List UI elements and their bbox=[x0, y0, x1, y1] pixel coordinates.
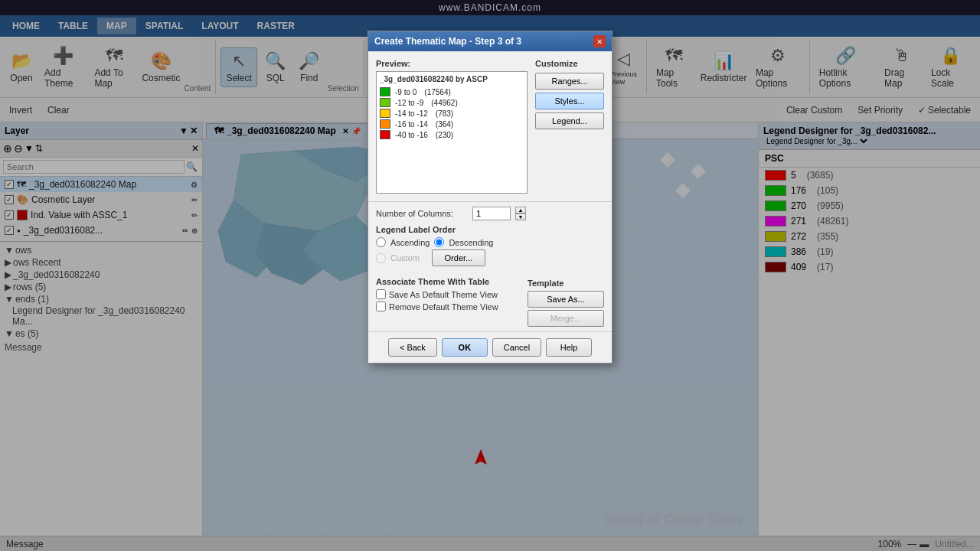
descending-label: Descending bbox=[449, 238, 493, 247]
preview-swatch-5 bbox=[380, 130, 390, 139]
spinner-up[interactable]: ▲ bbox=[515, 207, 526, 214]
preview-row-5: -40 to -16 (230) bbox=[380, 129, 524, 140]
ranges-button[interactable]: Ranges... bbox=[535, 73, 604, 90]
preview-swatch-3 bbox=[380, 109, 390, 118]
preview-count-5: (230) bbox=[436, 131, 453, 139]
num-columns-label: Number of Columns: bbox=[376, 209, 468, 218]
remove-default-checkbox[interactable] bbox=[376, 302, 386, 311]
save-as-button[interactable]: Save As... bbox=[528, 291, 604, 308]
ok-button[interactable]: OK bbox=[442, 338, 488, 357]
preview-range-2: -12 to -9 bbox=[395, 99, 423, 107]
preview-row-3: -14 to -12 (783) bbox=[380, 108, 524, 119]
template-label: Template bbox=[528, 279, 604, 288]
remove-default-label: Remove Default Theme View bbox=[389, 302, 498, 311]
associate-section: Associate Theme With Table Save As Defau… bbox=[376, 277, 520, 327]
preview-count-3: (783) bbox=[436, 109, 453, 118]
dialog-title-bar: Create Thematic Map - Step 3 of 3 ✕ bbox=[368, 31, 612, 51]
save-default-checkbox[interactable] bbox=[376, 289, 386, 299]
preview-box: _3g_ded0316082240 by ASCP -9 to 0 (17564… bbox=[376, 71, 528, 194]
save-default-label: Save As Default Theme View bbox=[389, 290, 498, 299]
help-button[interactable]: Help bbox=[546, 338, 592, 357]
preview-row-2: -12 to -9 (44962) bbox=[380, 97, 524, 108]
preview-count-1: (17564) bbox=[424, 88, 450, 96]
associate-label: Associate Theme With Table bbox=[376, 277, 520, 286]
template-buttons-row: Save As... Merge... bbox=[528, 291, 604, 327]
preview-count-4: (364) bbox=[436, 120, 453, 129]
preview-swatch-4 bbox=[380, 119, 390, 129]
num-columns-spinner: ▲ ▼ bbox=[515, 207, 526, 220]
custom-order-row: Custom Order... bbox=[376, 249, 604, 266]
customize-label: Customize bbox=[535, 59, 604, 68]
legend-order-section: Legend Label Order Ascending Descending … bbox=[376, 225, 604, 266]
preview-section: Preview: _3g_ded0316082240 by ASCP -9 to… bbox=[376, 59, 528, 194]
dialog-lower: Number of Columns: ▲ ▼ Legend Label Orde… bbox=[368, 201, 612, 331]
num-columns-row: Number of Columns: ▲ ▼ bbox=[376, 207, 604, 220]
remove-default-row: Remove Default Theme View bbox=[376, 302, 520, 311]
preview-title: _3g_ded0316082240 by ASCP bbox=[380, 75, 524, 83]
spinner-down[interactable]: ▼ bbox=[515, 214, 526, 220]
create-thematic-dialog: Create Thematic Map - Step 3 of 3 ✕ Prev… bbox=[368, 31, 612, 364]
custom-radio[interactable] bbox=[376, 253, 386, 263]
preview-range-3: -14 to -12 bbox=[395, 109, 428, 118]
preview-range-4: -16 to -14 bbox=[395, 120, 428, 129]
styles-button[interactable]: Styles... bbox=[535, 93, 604, 109]
dialog-close-button[interactable]: ✕ bbox=[593, 35, 606, 47]
preview-range-1: -9 to 0 bbox=[395, 88, 416, 96]
ascending-radio-row: Ascending Descending bbox=[376, 237, 604, 247]
ascending-label: Ascending bbox=[390, 238, 430, 247]
preview-range-5: -40 to -16 bbox=[395, 131, 428, 139]
preview-row-4: -16 to -14 (364) bbox=[380, 119, 524, 129]
modal-overlay: Create Thematic Map - Step 3 of 3 ✕ Prev… bbox=[0, 0, 980, 551]
descending-radio[interactable] bbox=[434, 237, 444, 247]
dialog-top-section: Preview: _3g_ded0316082240 by ASCP -9 to… bbox=[368, 51, 612, 201]
custom-label: Custom bbox=[390, 253, 420, 262]
preview-row-1: -9 to 0 (17564) bbox=[380, 86, 524, 97]
ascending-radio[interactable] bbox=[376, 237, 386, 247]
preview-swatch-2 bbox=[380, 98, 390, 107]
legend-button[interactable]: Legend... bbox=[535, 112, 604, 129]
merge-button[interactable]: Merge... bbox=[528, 310, 604, 327]
preview-swatch-1 bbox=[380, 87, 390, 96]
back-button[interactable]: < Back bbox=[388, 338, 437, 357]
template-section: Template Save As... Merge... bbox=[528, 279, 604, 327]
dialog-title: Create Thematic Map - Step 3 of 3 bbox=[374, 36, 521, 47]
dialog-action-buttons: < Back OK Cancel Help bbox=[368, 331, 612, 363]
order-button[interactable]: Order... bbox=[432, 249, 485, 266]
customize-section: Customize Ranges... Styles... Legend... bbox=[535, 59, 604, 194]
cancel-button[interactable]: Cancel bbox=[492, 338, 541, 357]
num-columns-input[interactable] bbox=[472, 207, 511, 220]
preview-label: Preview: bbox=[376, 59, 528, 68]
legend-order-label: Legend Label Order bbox=[376, 225, 604, 234]
preview-count-2: (44962) bbox=[431, 99, 457, 107]
save-default-row: Save As Default Theme View bbox=[376, 289, 520, 299]
